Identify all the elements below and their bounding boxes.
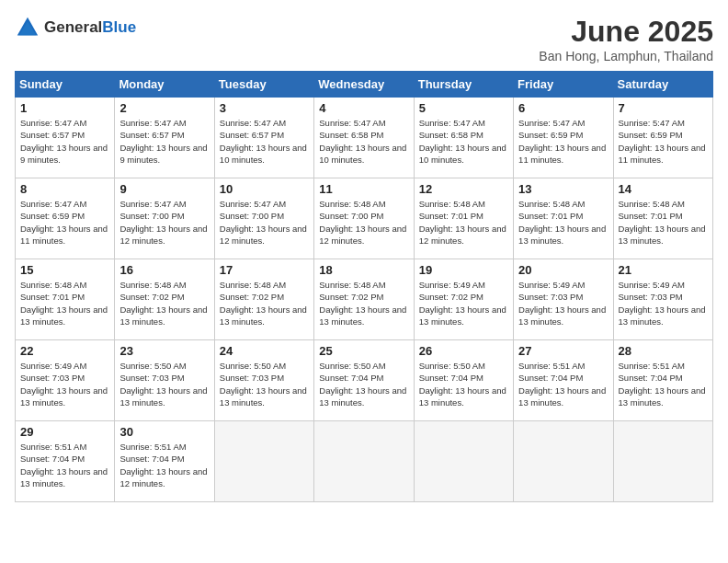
- table-row: 26Sunrise: 5:50 AMSunset: 7:04 PMDayligh…: [414, 340, 513, 421]
- table-row: 3Sunrise: 5:47 AMSunset: 6:57 PMDaylight…: [214, 98, 313, 178]
- page-header: GeneralBlue June 2025 Ban Hong, Lamphun,…: [15, 15, 713, 63]
- table-row: 1Sunrise: 5:47 AMSunset: 6:57 PMDaylight…: [16, 98, 115, 178]
- calendar-week-row: 15Sunrise: 5:48 AMSunset: 7:01 PMDayligh…: [16, 259, 713, 340]
- day-number: 2: [119, 101, 209, 115]
- day-number: 1: [20, 101, 109, 115]
- table-row: [613, 421, 712, 502]
- calendar-title: June 2025: [539, 15, 713, 49]
- header-saturday: Saturday: [613, 72, 712, 98]
- day-number: 19: [419, 263, 508, 277]
- table-row: 10Sunrise: 5:47 AMSunset: 7:00 PMDayligh…: [214, 178, 313, 259]
- day-info: Sunrise: 5:47 AMSunset: 6:57 PMDaylight:…: [220, 117, 309, 166]
- day-info: Sunrise: 5:51 AMSunset: 7:04 PMDaylight:…: [20, 441, 109, 489]
- table-row: 24Sunrise: 5:50 AMSunset: 7:03 PMDayligh…: [214, 340, 313, 421]
- calendar-table: Sunday Monday Tuesday Wednesday Thursday…: [15, 71, 713, 502]
- day-info: Sunrise: 5:47 AMSunset: 6:57 PMDaylight:…: [119, 117, 209, 166]
- day-number: 30: [119, 425, 209, 439]
- day-number: 20: [518, 263, 608, 277]
- day-number: 21: [619, 263, 708, 277]
- table-row: 9Sunrise: 5:47 AMSunset: 7:00 PMDaylight…: [115, 178, 214, 259]
- day-info: Sunrise: 5:47 AMSunset: 6:59 PMDaylight:…: [518, 117, 608, 166]
- table-row: 13Sunrise: 5:48 AMSunset: 7:01 PMDayligh…: [514, 178, 613, 259]
- header-thursday: Thursday: [414, 72, 513, 98]
- day-number: 10: [220, 182, 309, 196]
- day-number: 29: [20, 425, 109, 439]
- day-info: Sunrise: 5:47 AMSunset: 6:57 PMDaylight:…: [20, 117, 109, 166]
- day-number: 23: [119, 344, 209, 358]
- logo-icon: [15, 15, 40, 40]
- calendar-week-row: 8Sunrise: 5:47 AMSunset: 6:59 PMDaylight…: [16, 178, 713, 259]
- day-info: Sunrise: 5:47 AMSunset: 7:00 PMDaylight:…: [119, 198, 209, 247]
- table-row: 12Sunrise: 5:48 AMSunset: 7:01 PMDayligh…: [414, 178, 513, 259]
- calendar-week-row: 29Sunrise: 5:51 AMSunset: 7:04 PMDayligh…: [16, 421, 713, 502]
- day-info: Sunrise: 5:50 AMSunset: 7:03 PMDaylight:…: [220, 360, 309, 408]
- header-friday: Friday: [514, 72, 613, 98]
- day-info: Sunrise: 5:47 AMSunset: 6:58 PMDaylight:…: [419, 117, 508, 166]
- day-number: 14: [619, 182, 708, 196]
- table-row: 20Sunrise: 5:49 AMSunset: 7:03 PMDayligh…: [514, 259, 613, 340]
- day-number: 25: [319, 344, 408, 358]
- table-row: 7Sunrise: 5:47 AMSunset: 6:59 PMDaylight…: [613, 98, 712, 178]
- day-number: 4: [319, 101, 408, 115]
- day-info: Sunrise: 5:48 AMSunset: 7:02 PMDaylight:…: [319, 279, 408, 327]
- table-row: 25Sunrise: 5:50 AMSunset: 7:04 PMDayligh…: [314, 340, 414, 421]
- day-number: 26: [419, 344, 508, 358]
- day-number: 15: [20, 263, 109, 277]
- table-row: 6Sunrise: 5:47 AMSunset: 6:59 PMDaylight…: [514, 98, 613, 178]
- title-area: June 2025 Ban Hong, Lamphun, Thailand: [539, 15, 713, 63]
- day-info: Sunrise: 5:51 AMSunset: 7:04 PMDaylight:…: [119, 441, 209, 489]
- day-info: Sunrise: 5:50 AMSunset: 7:04 PMDaylight:…: [319, 360, 408, 408]
- calendar-week-row: 22Sunrise: 5:49 AMSunset: 7:03 PMDayligh…: [16, 340, 713, 421]
- table-row: 27Sunrise: 5:51 AMSunset: 7:04 PMDayligh…: [514, 340, 613, 421]
- day-number: 13: [518, 182, 608, 196]
- table-row: 8Sunrise: 5:47 AMSunset: 6:59 PMDaylight…: [16, 178, 115, 259]
- day-number: 9: [119, 182, 209, 196]
- header-tuesday: Tuesday: [214, 72, 313, 98]
- table-row: 18Sunrise: 5:48 AMSunset: 7:02 PMDayligh…: [314, 259, 414, 340]
- calendar-subtitle: Ban Hong, Lamphun, Thailand: [539, 49, 713, 63]
- day-info: Sunrise: 5:47 AMSunset: 6:59 PMDaylight:…: [619, 117, 708, 166]
- table-row: 2Sunrise: 5:47 AMSunset: 6:57 PMDaylight…: [115, 98, 214, 178]
- table-row: 16Sunrise: 5:48 AMSunset: 7:02 PMDayligh…: [115, 259, 214, 340]
- day-info: Sunrise: 5:49 AMSunset: 7:03 PMDaylight:…: [20, 360, 109, 408]
- header-sunday: Sunday: [16, 72, 115, 98]
- day-info: Sunrise: 5:49 AMSunset: 7:03 PMDaylight:…: [518, 279, 608, 327]
- day-number: 24: [220, 344, 309, 358]
- table-row: 30Sunrise: 5:51 AMSunset: 7:04 PMDayligh…: [115, 421, 214, 502]
- day-number: 5: [419, 101, 508, 115]
- day-info: Sunrise: 5:49 AMSunset: 7:02 PMDaylight:…: [419, 279, 508, 327]
- day-info: Sunrise: 5:47 AMSunset: 6:59 PMDaylight:…: [20, 198, 109, 247]
- day-info: Sunrise: 5:48 AMSunset: 7:02 PMDaylight:…: [119, 279, 209, 327]
- table-row: 4Sunrise: 5:47 AMSunset: 6:58 PMDaylight…: [314, 98, 414, 178]
- table-row: [314, 421, 414, 502]
- day-info: Sunrise: 5:48 AMSunset: 7:01 PMDaylight:…: [619, 198, 708, 247]
- table-row: 23Sunrise: 5:50 AMSunset: 7:03 PMDayligh…: [115, 340, 214, 421]
- table-row: 17Sunrise: 5:48 AMSunset: 7:02 PMDayligh…: [214, 259, 313, 340]
- day-number: 27: [518, 344, 608, 358]
- day-number: 8: [20, 182, 109, 196]
- day-info: Sunrise: 5:51 AMSunset: 7:04 PMDaylight:…: [619, 360, 708, 408]
- table-row: 21Sunrise: 5:49 AMSunset: 7:03 PMDayligh…: [613, 259, 712, 340]
- day-number: 11: [319, 182, 408, 196]
- calendar-header-row: Sunday Monday Tuesday Wednesday Thursday…: [16, 72, 713, 98]
- table-row: 11Sunrise: 5:48 AMSunset: 7:00 PMDayligh…: [314, 178, 414, 259]
- day-number: 12: [419, 182, 508, 196]
- logo-general: General: [44, 18, 102, 36]
- header-wednesday: Wednesday: [314, 72, 414, 98]
- day-number: 6: [518, 101, 608, 115]
- day-number: 17: [220, 263, 309, 277]
- header-monday: Monday: [115, 72, 214, 98]
- day-info: Sunrise: 5:47 AMSunset: 7:00 PMDaylight:…: [220, 198, 309, 247]
- day-info: Sunrise: 5:48 AMSunset: 7:00 PMDaylight:…: [319, 198, 408, 247]
- table-row: [514, 421, 613, 502]
- day-info: Sunrise: 5:48 AMSunset: 7:01 PMDaylight:…: [518, 198, 608, 247]
- day-info: Sunrise: 5:50 AMSunset: 7:03 PMDaylight:…: [119, 360, 209, 408]
- day-number: 18: [319, 263, 408, 277]
- table-row: [214, 421, 313, 502]
- table-row: 14Sunrise: 5:48 AMSunset: 7:01 PMDayligh…: [613, 178, 712, 259]
- day-info: Sunrise: 5:47 AMSunset: 6:58 PMDaylight:…: [319, 117, 408, 166]
- calendar-week-row: 1Sunrise: 5:47 AMSunset: 6:57 PMDaylight…: [16, 98, 713, 178]
- table-row: [414, 421, 513, 502]
- day-number: 7: [619, 101, 708, 115]
- logo-blue: Blue: [102, 18, 136, 36]
